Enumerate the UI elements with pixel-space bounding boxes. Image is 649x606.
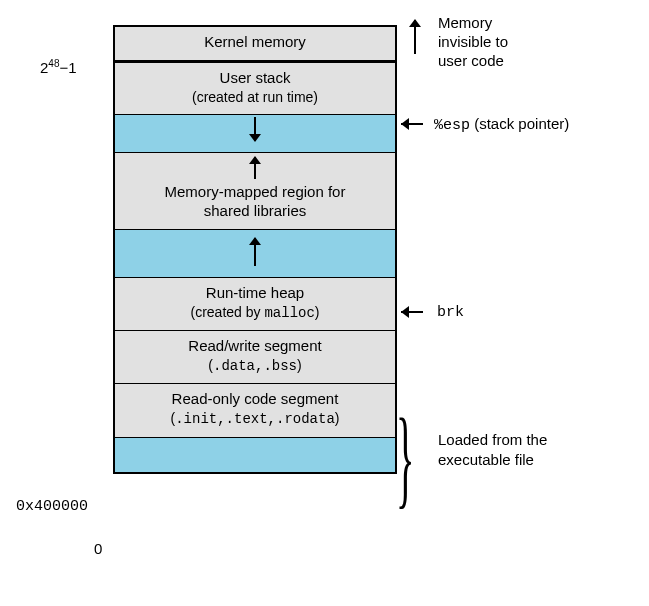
segment-mmap: Memory-mapped region for shared librarie… (115, 153, 395, 230)
segment-mmap-title: Memory-mapped region for (165, 183, 346, 200)
addr-top: 248−1 (40, 58, 77, 76)
segment-mmap-sub: shared libraries (204, 202, 307, 219)
gap-below-stack (115, 115, 395, 153)
segment-heap: Run-time heap (created by malloc) (115, 278, 395, 331)
segment-rw: Read/write segment (.data,.bss) (115, 331, 395, 384)
heap-grows-up-arrow (254, 238, 256, 266)
esp-pointer-arrow (401, 116, 429, 132)
segment-ro-sub: (.init,.text,.rodata) (171, 410, 340, 426)
brk-label: brk (437, 304, 464, 321)
mmap-grows-up-arrow (254, 157, 256, 179)
addr-zero: 0 (94, 540, 102, 557)
segment-kernel: Kernel memory (115, 27, 395, 63)
memory-layout-column: Kernel memory User stack (created at run… (113, 25, 397, 474)
loaded-brace-icon: } (396, 394, 414, 521)
segment-user-stack-sub: (created at run time) (192, 89, 318, 105)
esp-label: %esp (stack pointer) (434, 115, 569, 134)
segment-heap-title: Run-time heap (206, 284, 304, 301)
loaded-note: Loaded from the executable file (438, 430, 547, 469)
segment-user-stack: User stack (created at run time) (115, 63, 395, 116)
segment-ro-title: Read-only code segment (172, 390, 339, 407)
segment-user-stack-title: User stack (220, 69, 291, 86)
kernel-up-arrow (414, 20, 416, 54)
kernel-note: Memory invisible to user code (438, 14, 508, 70)
addr-bottom: 0x400000 (16, 498, 88, 515)
segment-ro: Read-only code segment (.init,.text,.rod… (115, 384, 395, 437)
segment-heap-sub: (created by malloc) (190, 304, 319, 320)
stack-grows-down-arrow (254, 117, 256, 141)
gap-above-heap (115, 230, 395, 278)
segment-rw-sub: (.data,.bss) (208, 357, 301, 373)
segment-kernel-label: Kernel memory (204, 33, 306, 50)
brk-pointer-arrow (401, 304, 429, 320)
gap-below-text (115, 438, 395, 472)
segment-rw-title: Read/write segment (188, 337, 321, 354)
